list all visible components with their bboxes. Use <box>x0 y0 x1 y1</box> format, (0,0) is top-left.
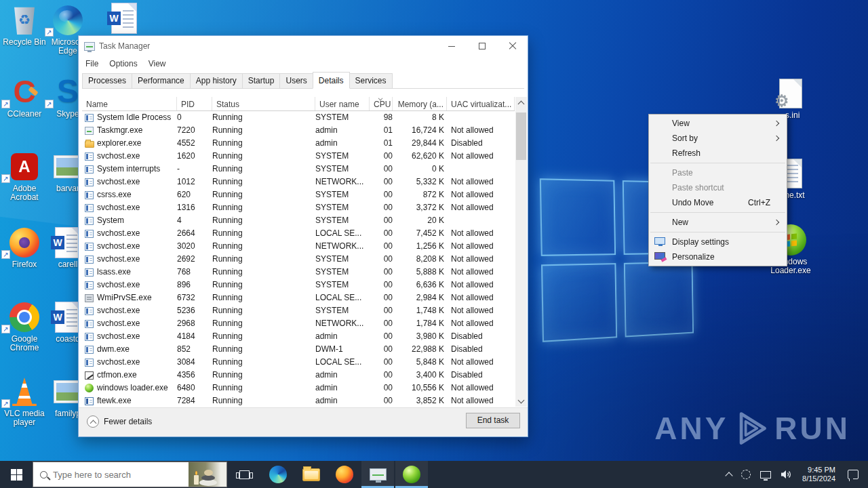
table-row[interactable]: svchost.exe3020RunningNETWORK...001,256 … <box>82 240 517 253</box>
cell-cpu: 00 <box>370 163 393 176</box>
table-row[interactable]: System4RunningSYSTEM0020 K <box>82 214 517 227</box>
table-row[interactable]: svchost.exe2692RunningSYSTEM008,208 KNot… <box>82 253 517 266</box>
column-header-status[interactable]: Status <box>212 97 315 110</box>
table-row[interactable]: System Idle Process0RunningSYSTEM988 K <box>82 111 517 124</box>
table-row[interactable]: Taskmgr.exe7220Runningadmin0116,724 KNot… <box>82 124 517 137</box>
close-button[interactable] <box>497 36 528 56</box>
fewer-details-toggle[interactable]: Fewer details <box>87 415 152 428</box>
search-input[interactable] <box>53 470 161 480</box>
icon-label: CCleaner <box>0 110 49 119</box>
cell-status: Running <box>212 176 315 188</box>
column-header-cpu[interactable]: CPU <box>370 97 393 110</box>
table-row[interactable]: svchost.exe3084RunningLOCAL SE...005,848… <box>82 356 517 369</box>
table-row[interactable]: ftewk.exe7284Runningadmin003,852 KNot al… <box>82 394 517 405</box>
chevron-up-circle-icon <box>87 415 99 428</box>
tab-details[interactable]: Details <box>313 72 350 89</box>
tab-users[interactable]: Users <box>279 73 313 88</box>
column-header-uac-virtualizat[interactable]: UAC virtualizat... <box>447 97 515 110</box>
table-row[interactable]: lsass.exe768RunningSYSTEM005,888 KNot al… <box>82 266 517 279</box>
scroll-up-arrow-icon[interactable] <box>515 97 527 108</box>
table-row[interactable]: svchost.exe1316RunningSYSTEM003,372 KNot… <box>82 201 517 214</box>
table-row[interactable]: ctfmon.exe4356Runningadmin003,400 KDisab… <box>82 369 517 382</box>
context-menu-item-personalize[interactable]: Personalize <box>649 249 787 264</box>
desktop-icon-adobe-acrobat[interactable]: Adobe Acrobat <box>0 150 49 202</box>
table-row[interactable]: svchost.exe1012RunningNETWORK...005,332 … <box>82 176 517 188</box>
task-view-button[interactable] <box>228 461 260 488</box>
scrollbar-thumb[interactable] <box>516 113 526 160</box>
shortcut-arrow-icon <box>1 250 10 259</box>
cell-pid: 1012 <box>177 176 212 188</box>
column-header-user-name[interactable]: User name <box>315 97 370 110</box>
volume-button[interactable] <box>781 470 792 479</box>
context-menu-item-paste-shortcut[interactable]: Paste shortcut <box>649 180 787 195</box>
table-row[interactable]: svchost.exe4184Runningadmin003,980 KDisa… <box>82 330 517 343</box>
tab-startup[interactable]: Startup <box>242 73 281 88</box>
table-row[interactable]: System interrupts-RunningSYSTEM000 K <box>82 163 517 176</box>
cell-name: svchost.exe <box>97 317 177 330</box>
taskbar-clock[interactable]: 9:45 PM 8/15/2024 <box>802 466 835 483</box>
dashed-circle-icon <box>741 470 751 479</box>
cell-status: Running <box>212 330 315 343</box>
context-menu-item-refresh[interactable]: Refresh <box>649 146 787 161</box>
tab-app-history[interactable]: App history <box>190 73 243 88</box>
table-row[interactable]: svchost.exe5236RunningSYSTEM001,748 KNot… <box>82 304 517 317</box>
menu-file[interactable]: File <box>80 59 104 68</box>
table-row[interactable]: windows loader.exe6480Runningadmin0010,5… <box>82 382 517 394</box>
context-menu-item-paste[interactable]: Paste <box>649 165 787 180</box>
cell-name: csrss.exe <box>97 188 177 201</box>
table-row[interactable]: WmiPrvSE.exe6732RunningLOCAL SE...002,98… <box>82 291 517 304</box>
desktop-icon-vlc-media-player[interactable]: VLC media player <box>0 375 49 427</box>
scroll-down-arrow-icon[interactable] <box>515 395 527 407</box>
desktop-icon-recycle-bin[interactable]: Recycle Bin <box>0 4 49 47</box>
desktop-icon-firefox[interactable]: Firefox <box>0 226 49 269</box>
taskbar-task-manager-button[interactable] <box>361 461 394 488</box>
vertical-scrollbar[interactable] <box>515 97 527 407</box>
table-row[interactable]: dwm.exe852RunningDWM-10022,988 KDisabled <box>82 343 517 356</box>
table-row[interactable]: csrss.exe620RunningSYSTEM00872 KNot allo… <box>82 188 517 201</box>
taskbar-edge-button[interactable] <box>262 461 294 488</box>
cell-user-name: admin <box>315 394 370 405</box>
table-row[interactable]: explorer.exe4552Runningadmin0129,844 KDi… <box>82 137 517 150</box>
taskbar-search[interactable] <box>33 462 227 487</box>
cell-memory: 5,332 K <box>393 176 447 188</box>
table-row[interactable]: svchost.exe1620RunningSYSTEM0062,620 KNo… <box>82 150 517 163</box>
column-header-name[interactable]: Name <box>82 97 177 110</box>
context-menu-item-display-settings[interactable]: Display settings <box>649 235 787 249</box>
cell-cpu: 00 <box>370 214 393 227</box>
cell-user-name: admin <box>315 330 370 343</box>
column-header-memory-a[interactable]: Memory (a... <box>393 97 447 110</box>
network-button[interactable] <box>760 471 771 479</box>
cell-cpu: 00 <box>370 304 393 317</box>
tray-circle-button[interactable] <box>741 470 751 479</box>
table-row[interactable]: svchost.exe2664RunningLOCAL SE...007,452… <box>82 227 517 240</box>
table-row[interactable]: svchost.exe2968RunningNETWORK...001,784 … <box>82 317 517 330</box>
context-menu-item-undo-move[interactable]: Undo MoveCtrl+Z <box>649 195 787 210</box>
context-menu-item-new[interactable]: New <box>649 215 787 230</box>
action-center-icon[interactable] <box>848 470 859 479</box>
menu-options[interactable]: Options <box>104 59 142 68</box>
menu-view[interactable]: View <box>143 59 172 68</box>
taskbar-file-explorer-button[interactable] <box>295 461 328 488</box>
desktop-icon-word-doc[interactable] <box>100 2 149 35</box>
tab-processes[interactable]: Processes <box>82 73 132 88</box>
column-header-pid[interactable]: PID <box>177 97 212 110</box>
desktop-icon-ccleaner[interactable]: CCleaner <box>0 76 49 119</box>
context-menu-item-view[interactable]: View <box>649 116 787 131</box>
tab-performance[interactable]: Performance <box>132 73 191 88</box>
table-row[interactable]: svchost.exe896RunningSYSTEM006,636 KNot … <box>82 279 517 291</box>
desktop-icon-google-chrome[interactable]: Google Chrome <box>0 301 49 352</box>
app-process-icon <box>85 230 94 238</box>
tab-strip: ProcessesPerformanceApp historyStartupUs… <box>82 73 524 89</box>
maximize-button[interactable] <box>467 36 497 56</box>
end-task-button[interactable]: End task <box>466 413 520 428</box>
taskbar-loader-button[interactable] <box>395 461 428 488</box>
context-menu-item-sort-by[interactable]: Sort by <box>649 131 787 146</box>
process-icon-cell <box>82 227 97 240</box>
menu-bar: FileOptionsView <box>80 56 172 71</box>
minimize-button[interactable] <box>436 36 467 56</box>
hidden-icons-button[interactable] <box>726 471 732 479</box>
cell-uac: Not allowed <box>447 240 515 253</box>
tab-services[interactable]: Services <box>349 73 393 88</box>
start-button[interactable] <box>0 461 33 488</box>
taskbar-firefox-button[interactable] <box>328 461 361 488</box>
